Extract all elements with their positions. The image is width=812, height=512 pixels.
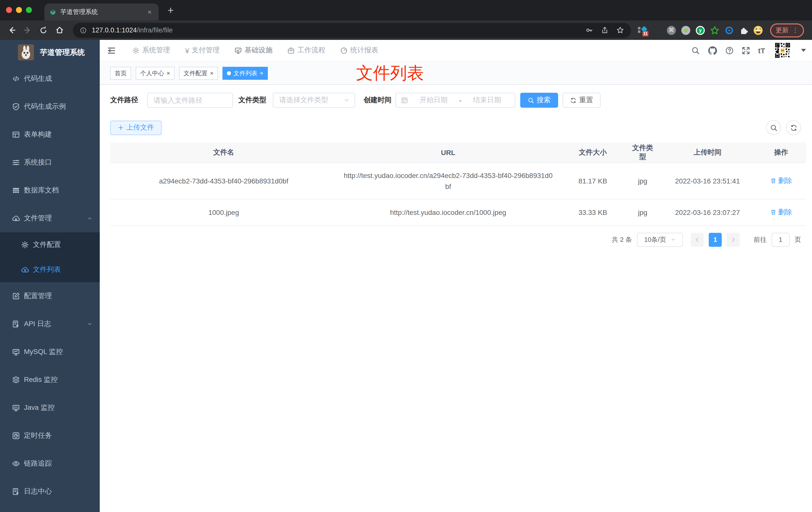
sidebar-item-db-doc[interactable]: 数据库文档: [0, 177, 100, 204]
sidebar-item-api-log[interactable]: API 日志: [0, 310, 100, 338]
password-key-icon[interactable]: [585, 26, 593, 34]
sidebar-item-system-api[interactable]: 系统接口: [0, 149, 100, 177]
shield-check-icon: [12, 103, 20, 111]
sidebar-item-code-generation[interactable]: 代码生成: [0, 65, 100, 93]
tag-close-icon[interactable]: ×: [167, 70, 170, 76]
extension-star-icon[interactable]: [710, 26, 719, 35]
minimize-window-button[interactable]: [16, 7, 22, 13]
sidebar-item-redis-monitor[interactable]: Redis 监控: [0, 366, 100, 394]
caret-down-icon[interactable]: [801, 49, 806, 52]
goto-page-input[interactable]: [772, 233, 789, 246]
extension-eye-icon[interactable]: [725, 26, 734, 35]
sidebar-item-scheduled-tasks[interactable]: 定时任务: [0, 422, 100, 450]
extension-emoji-icon[interactable]: [754, 26, 763, 35]
share-icon[interactable]: [601, 26, 609, 34]
current-page-button[interactable]: 1: [709, 233, 722, 246]
font-size-icon[interactable]: tT: [758, 46, 765, 55]
prev-page-button[interactable]: [691, 233, 704, 246]
address-bar[interactable]: 127.0.0.1:1024 /infra/file/file: [73, 23, 631, 38]
browser-tab[interactable]: 芋道管理系统 ×: [45, 3, 158, 21]
top-menu-label: 统计报表: [350, 46, 378, 55]
delete-button[interactable]: 删除: [770, 175, 792, 186]
extension-y-icon[interactable]: y: [696, 26, 705, 35]
tag-file-list[interactable]: 文件列表 ×: [223, 67, 268, 80]
tag-close-icon[interactable]: ×: [260, 70, 263, 76]
top-menu-system[interactable]: 系统管理: [132, 46, 170, 55]
chevron-left-icon: [694, 237, 700, 243]
search-icon[interactable]: [691, 46, 700, 55]
top-menu-payment[interactable]: ¥ 支付管理: [185, 46, 220, 55]
tag-home[interactable]: 首页: [110, 67, 131, 80]
reset-button[interactable]: 重置: [562, 93, 601, 108]
end-date-placeholder: 结束日期: [465, 96, 510, 105]
sidebar-item-file-config[interactable]: 文件配置: [0, 232, 100, 257]
sidebar-logo[interactable]: 芋道管理系统: [0, 40, 100, 65]
create-time-label: 创建时间: [364, 96, 392, 105]
sidebar-item-java-monitor[interactable]: Java 监控: [0, 394, 100, 422]
extension-tampermonkey-icon[interactable]: 11: [638, 26, 647, 35]
cell-file-type: jpg: [627, 163, 659, 199]
sidebar-item-log-center[interactable]: 日志中心: [0, 478, 100, 506]
monitor-check-icon: [235, 47, 242, 54]
bookmark-star-icon[interactable]: [616, 26, 624, 34]
file-type-select[interactable]: 请选择文件类型: [273, 93, 355, 108]
maximize-window-button[interactable]: [26, 7, 32, 13]
github-icon[interactable]: [708, 46, 717, 55]
top-menu-infrastructure[interactable]: 基础设施: [235, 46, 272, 55]
goto-label: 前往: [754, 235, 766, 244]
tag-file-config[interactable]: 文件配置 ×: [179, 67, 218, 80]
sidebar-item-file-list[interactable]: 文件列表: [0, 257, 100, 282]
qr-code-image: [773, 41, 792, 60]
navbar-actions: tT: [691, 41, 806, 60]
page-size-select[interactable]: 10条/页: [637, 233, 683, 246]
site-info-icon[interactable]: [80, 27, 87, 34]
sidebar-item-file-management[interactable]: 文件管理: [0, 204, 100, 232]
search-button[interactable]: 搜索: [520, 93, 558, 108]
sidebar-item-label: 表单构建: [24, 130, 52, 139]
next-page-button[interactable]: [727, 233, 740, 246]
main-area: 系统管理 ¥ 支付管理 基础设施 工作流程: [100, 40, 812, 512]
show-search-button[interactable]: [766, 120, 781, 135]
fullscreen-icon[interactable]: [742, 46, 750, 55]
sidebar-menu: 代码生成 代码生成示例 表单构建 系统接口 数据库文档: [0, 65, 100, 512]
sidebar-item-mysql-monitor[interactable]: MySQL 监控: [0, 338, 100, 366]
new-tab-button[interactable]: +: [165, 4, 177, 17]
sidebar-fold-icon[interactable]: [107, 46, 116, 55]
search-icon: [770, 124, 777, 131]
cell-url: http://test.yudao.iocoder.cn/1000.jpeg: [337, 199, 559, 225]
extension-gem-icon[interactable]: [652, 26, 661, 35]
sidebar-item-form-builder[interactable]: 表单构建: [0, 121, 100, 149]
help-icon[interactable]: [725, 46, 734, 55]
tags-bar: 首页 个人中心 × 文件配置 × 文件列表 ×: [100, 61, 812, 85]
home-button[interactable]: [53, 24, 66, 37]
sidebar-item-label: 代码生成: [24, 74, 52, 83]
sidebar-item-label: MySQL 监控: [24, 348, 63, 357]
sidebar-item-code-example[interactable]: 代码生成示例: [0, 93, 100, 121]
file-table: 文件名 URL 文件大小 文件类型 上传时间 操作 a294ecb2-73dd-…: [110, 143, 806, 225]
page-unit-label: 页: [794, 235, 801, 244]
tab-close-icon[interactable]: ×: [146, 7, 154, 17]
extensions-puzzle-icon[interactable]: [739, 26, 748, 35]
reload-button[interactable]: [37, 24, 50, 37]
browser-menu-icon[interactable]: ⋮: [792, 26, 799, 34]
sidebar-item-config-management[interactable]: 配置管理: [0, 282, 100, 310]
date-range-picker[interactable]: 开始日期 - 结束日期: [396, 93, 515, 108]
col-url: URL: [337, 143, 559, 163]
forward-button[interactable]: [21, 24, 34, 37]
browser-update-button[interactable]: 更新 ⋮: [770, 23, 804, 37]
file-path-input[interactable]: [147, 93, 233, 108]
back-button[interactable]: [5, 24, 18, 37]
top-menu: 系统管理 ¥ 支付管理 基础设施 工作流程: [132, 46, 378, 55]
extension-command-icon[interactable]: ⌘: [667, 26, 676, 35]
tag-close-icon[interactable]: ×: [210, 70, 213, 76]
close-window-button[interactable]: [6, 7, 12, 13]
sidebar-item-tracing[interactable]: 链路追踪: [0, 450, 100, 478]
tag-profile[interactable]: 个人中心 ×: [136, 67, 175, 80]
refresh-table-button[interactable]: [786, 120, 801, 135]
extension-record-icon[interactable]: [681, 26, 690, 35]
delete-button[interactable]: 删除: [770, 206, 792, 217]
top-menu-workflow[interactable]: 工作流程: [288, 46, 325, 55]
top-menu-reports[interactable]: 统计报表: [340, 46, 378, 55]
avatar[interactable]: [773, 41, 792, 60]
upload-file-button[interactable]: 上传文件: [110, 120, 162, 135]
